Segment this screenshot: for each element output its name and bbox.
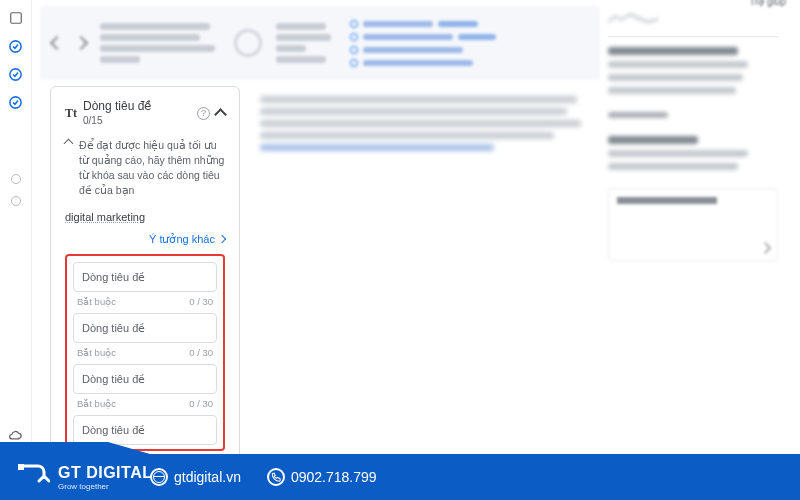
check-icon[interactable] bbox=[8, 38, 24, 54]
step-dot-icon[interactable] bbox=[11, 174, 21, 184]
ad-strength-card bbox=[40, 6, 600, 80]
left-rail bbox=[0, 0, 32, 442]
website-link[interactable]: gtdigital.vn bbox=[150, 468, 241, 486]
required-label: Bắt buộc bbox=[77, 398, 116, 409]
chevron-right-icon[interactable] bbox=[74, 36, 88, 50]
right-sidebar bbox=[608, 6, 778, 442]
overview-icon[interactable] bbox=[8, 10, 24, 26]
ad-group-card[interactable] bbox=[608, 188, 778, 261]
text-icon: Tt bbox=[65, 106, 77, 121]
check-icon[interactable] bbox=[8, 66, 24, 82]
chevron-right-icon bbox=[218, 235, 226, 243]
svg-rect-0 bbox=[10, 13, 21, 24]
panel-title: Dòng tiêu đề 0/15 bbox=[83, 99, 191, 128]
panel-description: Để đạt được hiệu quả tối ưu từ quảng cáo… bbox=[65, 138, 225, 199]
svg-rect-4 bbox=[18, 464, 24, 470]
char-count: 0 / 30 bbox=[189, 296, 213, 307]
step-dot-icon[interactable] bbox=[11, 196, 21, 206]
cloud-icon[interactable] bbox=[8, 426, 24, 442]
chevron-left-icon[interactable] bbox=[50, 36, 64, 50]
preview-area bbox=[250, 86, 600, 460]
help-icon[interactable]: ? bbox=[197, 107, 210, 120]
chevron-up-icon[interactable] bbox=[214, 109, 227, 122]
suggested-keyword[interactable]: digital marketing bbox=[65, 211, 145, 223]
brand-logo: GT DIGITAL Grow together bbox=[16, 462, 152, 492]
required-label: Bắt buộc bbox=[77, 347, 116, 358]
required-label: Bắt buộc bbox=[77, 296, 116, 307]
help-link[interactable]: Trợ giúp bbox=[749, 0, 786, 7]
headline-field[interactable] bbox=[73, 262, 217, 292]
chevron-up-icon bbox=[64, 138, 74, 148]
headline-field[interactable] bbox=[73, 313, 217, 343]
phone-icon bbox=[267, 468, 285, 486]
headline-field[interactable] bbox=[73, 364, 217, 394]
headline-field[interactable] bbox=[73, 415, 217, 445]
check-icon[interactable] bbox=[8, 94, 24, 110]
more-ideas-link[interactable]: Ý tưởng khác bbox=[65, 233, 225, 246]
globe-icon bbox=[150, 468, 168, 486]
headline-inputs-highlight: Bắt buộc0 / 30 Bắt buộc0 / 30 Bắt buộc0 … bbox=[65, 254, 225, 451]
char-count: 0 / 30 bbox=[189, 347, 213, 358]
phone-link[interactable]: 0902.718.799 bbox=[267, 468, 377, 486]
char-count: 0 / 30 bbox=[189, 398, 213, 409]
progress-donut-icon bbox=[234, 29, 262, 57]
sparkline-icon bbox=[608, 10, 778, 28]
brand-footer: gtdigital.vn 0902.718.799 GT DIGITAL Gro… bbox=[0, 442, 800, 500]
headlines-panel: Tt Dòng tiêu đề 0/15 ? Để đạt được hiệu … bbox=[50, 86, 240, 460]
